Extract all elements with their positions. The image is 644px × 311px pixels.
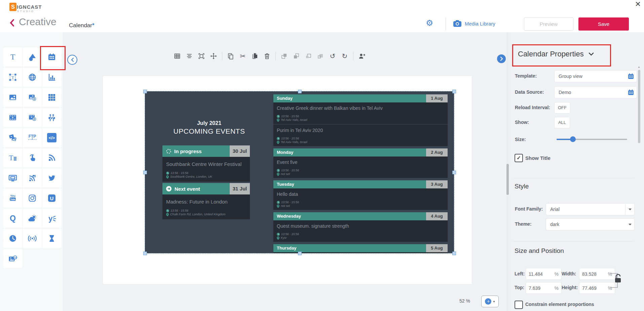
selection-handle-ne[interactable]: [452, 90, 456, 93]
tool-text[interactable]: T: [3, 48, 22, 66]
close-icon[interactable]: ×: [635, 0, 641, 9]
preview-button[interactable]: Preview: [524, 17, 573, 31]
font-family-select[interactable]: Arial: [546, 203, 635, 215]
media-library-button[interactable]: Media Library: [453, 20, 495, 27]
theme-select[interactable]: dark: [546, 218, 635, 230]
send-backward-icon[interactable]: [293, 52, 300, 60]
send-to-back-icon[interactable]: [317, 52, 324, 60]
redo-icon[interactable]: ↻: [341, 52, 348, 60]
top-input[interactable]: 7.639 %: [526, 282, 562, 294]
selection-handle-e[interactable]: [452, 171, 456, 174]
selection-handle-se[interactable]: [452, 252, 456, 255]
calendar-widget[interactable]: July 2021 UPCOMING EVENTS In progress 30…: [145, 91, 454, 253]
tool-code[interactable]: </>: [42, 128, 61, 147]
event-status: Next event: [162, 183, 230, 194]
reload-interval-value[interactable]: OFF: [554, 102, 570, 114]
image-globe-icon: [28, 93, 36, 101]
left-input[interactable]: 11.484 %: [526, 268, 562, 280]
tool-ticker[interactable]: T: [3, 148, 22, 167]
event-title: Madness: Future in London: [166, 199, 246, 205]
calendar-picker-icon[interactable]: [628, 73, 634, 79]
tool-image[interactable]: [3, 88, 22, 107]
tool-video-web[interactable]: [23, 108, 42, 127]
tool-ustream[interactable]: U: [42, 189, 61, 208]
tool-web[interactable]: [23, 68, 42, 87]
document-tab[interactable]: Calendar*: [69, 22, 94, 29]
event-location: Tel Aviv-Yafo, Israel: [281, 118, 307, 122]
tool-table[interactable]: [42, 88, 61, 107]
tool-text-box[interactable]: T: [3, 68, 22, 87]
tool-image-ad[interactable]: Ad: [3, 249, 22, 268]
selection-handle-sw[interactable]: [143, 252, 147, 255]
tool-media-mix[interactable]: [3, 128, 22, 147]
tool-instagram[interactable]: [23, 189, 42, 208]
selection-handle-n[interactable]: [298, 90, 302, 93]
constrain-proportions-checkbox[interactable]: [515, 301, 523, 309]
location-icon: [277, 205, 279, 208]
back-chevron-icon[interactable]: [9, 19, 15, 28]
selection-handle-w[interactable]: [143, 171, 147, 174]
selection-handle-s[interactable]: [298, 252, 302, 255]
rss-image-icon: [28, 174, 36, 182]
align-icon[interactable]: [186, 52, 193, 60]
tool-yammer[interactable]: y: [42, 209, 61, 228]
tool-shape[interactable]: [23, 48, 42, 66]
gear-icon[interactable]: ⚙: [426, 18, 433, 28]
rss-icon: [48, 154, 56, 162]
tool-touch[interactable]: [23, 148, 42, 167]
show-title-checkbox[interactable]: ✓: [515, 154, 523, 162]
copy-icon[interactable]: [227, 52, 234, 60]
left-label: Left:: [515, 271, 525, 276]
tool-quiz[interactable]: Q: [3, 209, 22, 228]
bring-to-front-icon[interactable]: [305, 52, 312, 60]
zoom-menu-button[interactable]: ✛ ▾: [481, 296, 499, 307]
tool-construction[interactable]: [42, 108, 61, 127]
cut-icon[interactable]: ✂: [239, 52, 247, 60]
sidebar-collapse-button[interactable]: [67, 55, 77, 65]
tool-rss-image[interactable]: [23, 169, 42, 187]
paste-icon[interactable]: [251, 52, 259, 60]
tool-ftp[interactable]: FTP: [23, 128, 42, 147]
canvas-scrollbar-thumb[interactable]: [506, 164, 509, 195]
tool-image-web[interactable]: [23, 88, 42, 107]
bring-forward-icon[interactable]: [280, 52, 288, 60]
tool-chart[interactable]: [42, 68, 61, 87]
tool-video[interactable]: [3, 108, 22, 127]
tool-broadcast[interactable]: [23, 229, 42, 248]
tool-clock[interactable]: [3, 229, 22, 248]
artboard[interactable]: July 2021 UPCOMING EVENTS In progress 30…: [103, 76, 472, 284]
add-person-icon[interactable]: [358, 52, 366, 60]
tool-calendar[interactable]: [42, 48, 61, 66]
panel-scroll-up-icon[interactable]: ▲: [638, 65, 640, 69]
delete-icon[interactable]: [263, 52, 271, 60]
ftp-icon: FTP: [27, 134, 37, 142]
tool-weather[interactable]: [23, 209, 42, 228]
canvas-toolbar: ✂ ↺ ↻: [174, 51, 366, 61]
selection-handle-nw[interactable]: [143, 90, 147, 93]
tool-youtube[interactable]: YouTube: [3, 189, 22, 208]
calendar-picker-icon[interactable]: [628, 89, 634, 95]
tool-twitter[interactable]: [42, 169, 61, 187]
template-input[interactable]: Group view: [554, 70, 637, 82]
tool-rss[interactable]: [42, 148, 61, 167]
panel-collapse-button[interactable]: [497, 54, 506, 63]
aspect-lock-icon[interactable]: [610, 267, 625, 294]
save-button[interactable]: Save: [578, 17, 629, 31]
image-ad-icon: Ad: [8, 255, 17, 263]
width-input[interactable]: 83.528 %: [579, 268, 615, 280]
tool-screen[interactable]: [3, 169, 22, 187]
size-slider-knob[interactable]: [570, 136, 576, 142]
panel-title[interactable]: Calendar Properties: [518, 50, 594, 58]
height-input[interactable]: 77.469 %: [579, 282, 615, 294]
svg-text:Tube: Tube: [10, 198, 15, 201]
tool-hourglass[interactable]: [42, 229, 61, 248]
data-source-input[interactable]: Demo: [554, 86, 637, 98]
undo-icon[interactable]: ↺: [329, 52, 336, 60]
grid-icon[interactable]: [174, 52, 181, 60]
move-icon[interactable]: [210, 52, 217, 60]
logo-text: IGNCAST: [17, 4, 42, 10]
panel-scrollbar-thumb[interactable]: [638, 70, 640, 143]
featured-event-card: In progress 30 Jul Southbank Centre Wint…: [162, 145, 250, 182]
fit-selection-icon[interactable]: [198, 52, 205, 60]
show-value[interactable]: ALL: [554, 117, 570, 128]
